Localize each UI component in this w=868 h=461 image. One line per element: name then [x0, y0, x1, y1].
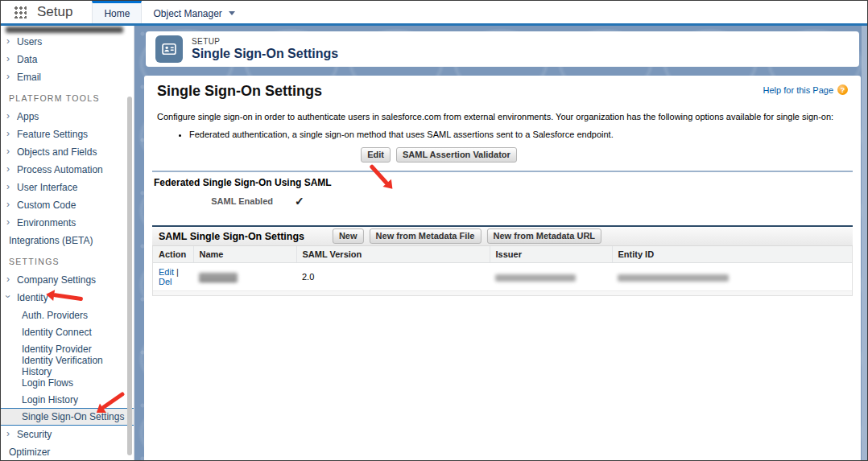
column-header-issuer: Issuer [490, 246, 612, 263]
sidebar-item-integrations-beta[interactable]: Integrations (BETA) [1, 232, 134, 249]
table-footer-strip [153, 290, 852, 295]
checkmark-icon: ✓ [295, 195, 304, 208]
sidebar-section-settings: SETTINGS [1, 252, 134, 271]
chevron-right-icon: › [6, 72, 10, 81]
question-mark-circle-icon: ? [837, 84, 848, 95]
redacted-section-header [6, 27, 123, 33]
chevron-right-icon: › [6, 200, 10, 209]
sidebar-item-label: Company Settings [1, 274, 96, 286]
action-separator: | [174, 267, 179, 277]
new-from-metadata-file-button[interactable]: New from Metadata File [370, 228, 482, 244]
main-content-area: SETUP Single Sign-On Settings Help for t… [134, 26, 867, 460]
sidebar-item-label: Login Flows [1, 377, 73, 389]
sidebar-item-security[interactable]: › Security [1, 426, 134, 443]
salesforce-setup-window: Setup Home Object Manager › Users › Data… [0, 0, 868, 461]
sidebar-item-identity-connect[interactable]: Identity Connect [1, 323, 134, 340]
help-link-label: Help for this Page [763, 85, 833, 95]
sidebar-item-identity-verification-history[interactable]: Identity Verification History [1, 357, 134, 374]
table-header-row: Action Name SAML Version Issuer Entity I… [153, 246, 852, 263]
issuer-cell [490, 263, 612, 291]
name-cell [193, 263, 296, 291]
sidebar-item-custom-code[interactable]: › Custom Code [1, 196, 134, 214]
sidebar-item-optimizer[interactable]: Optimizer [1, 443, 134, 460]
tab-object-manager[interactable]: Object Manager [142, 1, 246, 23]
banner-text: SETUP Single Sign-On Settings [192, 37, 338, 61]
chevron-down-icon [229, 11, 235, 15]
chevron-right-icon: › [6, 274, 10, 284]
sidebar-item-login-flows[interactable]: Login Flows [1, 374, 134, 391]
sidebar-item-email[interactable]: › Email [1, 68, 134, 86]
saml-settings-section-header: SAML Single Sign-On Settings New New fro… [152, 225, 853, 246]
sidebar-item-single-sign-on-settings[interactable]: Single Sign-On Settings [1, 408, 134, 426]
identity-card-icon [155, 35, 183, 63]
tab-home-label: Home [104, 8, 130, 19]
new-from-metadata-url-button[interactable]: New from Metadata URL [487, 228, 602, 244]
sidebar-item-apps[interactable]: › Apps [1, 108, 134, 126]
column-header-saml-version: SAML Version [296, 246, 490, 263]
sidebar-item-label: User Interface [1, 182, 77, 193]
sidebar-item-feature-settings[interactable]: › Feature Settings [1, 126, 134, 143]
chevron-right-icon: › [6, 111, 10, 121]
sidebar-scrollbar[interactable] [127, 97, 132, 455]
sidebar-item-user-interface[interactable]: › User Interface [1, 179, 134, 196]
sidebar-item-label: Auth. Providers [1, 310, 88, 321]
row-del-link[interactable]: Del [159, 277, 172, 286]
sidebar-item-company-settings[interactable]: › Company Settings [1, 271, 134, 289]
sidebar-item-data[interactable]: › Data [1, 51, 134, 68]
column-header-action: Action [153, 246, 193, 263]
sidebar-item-label: Integrations (BETA) [1, 235, 93, 246]
sidebar-item-label: Single Sign-On Settings [1, 411, 124, 422]
sidebar-section-platform-tools: PLATFORM TOOLS [1, 88, 134, 108]
app-launcher-icon[interactable] [14, 6, 27, 19]
sidebar-item-login-history[interactable]: Login History [1, 391, 134, 408]
section-divider [152, 171, 853, 172]
sidebar-item-label: Optimizer [1, 447, 50, 458]
help-for-this-page-link[interactable]: Help for this Page ? [763, 84, 848, 95]
sidebar-item-label: Identity Connect [1, 327, 92, 338]
banner-title: Single Sign-On Settings [192, 47, 338, 61]
sidebar-item-process-automation[interactable]: › Process Automation [1, 161, 134, 179]
saml-settings-table: Action Name SAML Version Issuer Entity I… [152, 246, 853, 296]
action-cell: Edit | Del [153, 263, 193, 291]
sidebar-item-identity[interactable]: › Identity [1, 289, 134, 307]
chevron-down-icon: › [3, 295, 13, 298]
redacted-issuer-value [495, 274, 576, 282]
page-button-row: Edit SAML Assertion Validator [152, 147, 853, 163]
saml-section-title: SAML Single Sign-On Settings [159, 231, 304, 242]
sidebar-item-label: Objects and Fields [1, 146, 97, 158]
federated-section-title: Federated Single Sign-On Using SAML [152, 177, 853, 188]
saml-enabled-field: SAML Enabled ✓ [152, 195, 853, 208]
new-button[interactable]: New [333, 228, 364, 244]
sidebar-item-label: Custom Code [1, 200, 76, 211]
saml-assertion-validator-button[interactable]: SAML Assertion Validator [396, 147, 517, 163]
chevron-right-icon: › [6, 182, 10, 191]
sidebar-item-auth-providers[interactable]: Auth. Providers [1, 307, 134, 323]
sidebar-item-label: Process Automation [1, 164, 103, 175]
redacted-name-link[interactable] [199, 273, 238, 282]
chevron-right-icon: › [6, 129, 10, 138]
page-intro-text: Configure single sign-on in order to aut… [157, 112, 853, 121]
list-item-federated-authentication: Federated authentication, a single sign-… [189, 130, 853, 139]
nav-divider [1, 23, 867, 26]
app-title: Setup [37, 4, 72, 20]
main-scrollbar-track[interactable] [862, 26, 867, 460]
sidebar-item-users[interactable]: › Users [1, 33, 134, 51]
chevron-right-icon: › [6, 36, 10, 46]
setup-page-header-card: SETUP Single Sign-On Settings [146, 31, 859, 67]
chevron-right-icon: › [6, 217, 10, 227]
sidebar-item-label: Login History [1, 394, 78, 405]
column-header-name: Name [193, 246, 296, 263]
row-edit-link[interactable]: Edit [159, 267, 174, 277]
sidebar-item-label: Identity Provider [1, 344, 92, 355]
tab-home[interactable]: Home [92, 1, 142, 23]
sidebar-item-label: Feature Settings [1, 129, 88, 140]
page-title: Single Sign-On Settings [157, 83, 853, 100]
banner-eyebrow: SETUP [192, 37, 338, 46]
setup-sidebar: › Users › Data › Email PLATFORM TOOLS › … [1, 26, 134, 460]
sidebar-item-environments[interactable]: › Environments [1, 214, 134, 232]
sidebar-item-objects-and-fields[interactable]: › Objects and Fields [1, 143, 134, 161]
chevron-right-icon: › [6, 164, 10, 174]
edit-button[interactable]: Edit [361, 147, 391, 163]
table-row: Edit | Del 2.0 [153, 263, 852, 291]
content-card: Help for this Page ? Single Sign-On Sett… [144, 76, 861, 460]
